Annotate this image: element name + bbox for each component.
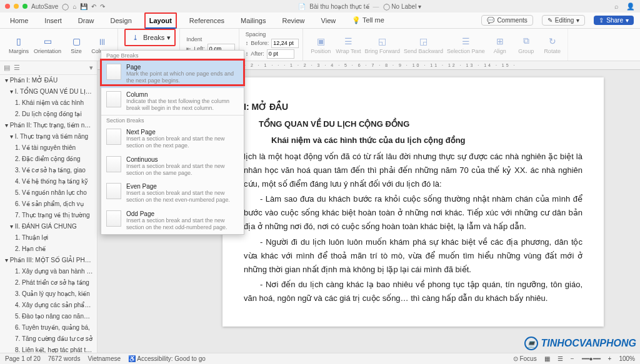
zoom-level[interactable]: 100% bbox=[619, 355, 635, 362]
indent-label: Indent bbox=[186, 36, 235, 42]
undo-icon[interactable]: ↶ bbox=[91, 3, 96, 10]
search-icon[interactable]: ⌕ bbox=[614, 2, 619, 10]
breaks-odd-page[interactable]: Odd PageInsert a section break and start… bbox=[101, 207, 244, 235]
margins-button[interactable]: ▯Margins bbox=[8, 36, 30, 54]
page[interactable]: I: MỞ ĐẦU TỔNG QUAN VỀ DU LỊCH CỘNG ĐỒNG… bbox=[222, 77, 604, 327]
tabbar: Home Insert Draw Design Layout Reference… bbox=[0, 12, 640, 29]
tab-view[interactable]: View bbox=[318, 14, 340, 27]
nav-item[interactable]: ▾ II. ĐÁNH GIÁ CHUNG bbox=[0, 221, 97, 232]
spacing-before-input[interactable] bbox=[271, 39, 299, 48]
watermark-icon: 💻 bbox=[524, 337, 538, 350]
nav-collapse-icon[interactable]: ▾ bbox=[89, 64, 93, 72]
spacing-label: Spacing bbox=[246, 31, 299, 37]
nav-item[interactable]: 4. Về hệ thống hạ tầng kỹ bbox=[0, 176, 97, 187]
selection-pane-button[interactable]: ☰Selection Pane bbox=[447, 36, 485, 54]
doc-para: lịch là một hoạt động vốn đã có từ rất l… bbox=[244, 150, 582, 191]
orientation-button[interactable]: ▭Orientation bbox=[34, 36, 61, 54]
user-icon[interactable]: 👤 bbox=[626, 2, 635, 11]
status-accessibility[interactable]: ♿ Accessibility: Good to go bbox=[128, 355, 206, 362]
nav-item[interactable]: ▾ Phần II: Thực trạng, tiềm năng bbox=[0, 120, 97, 131]
nav-outline-icon[interactable]: ☰ bbox=[14, 64, 20, 72]
doc-heading-2: TỔNG QUAN VỀ DU LỊCH CỘNG ĐỒNG bbox=[259, 117, 582, 131]
breaks-continuous[interactable]: ContinuousInsert a section break and sta… bbox=[101, 153, 244, 180]
send-backward-button: ◲Send Backward bbox=[404, 36, 443, 54]
tab-mailings[interactable]: Mailings bbox=[237, 14, 269, 27]
save-icon[interactable]: 💾 bbox=[80, 3, 88, 10]
size-button[interactable]: ▢Size bbox=[65, 36, 88, 54]
status-focus[interactable]: ⊙ Focus bbox=[513, 355, 537, 362]
breaks-button[interactable]: ⤓Breaks ▾ bbox=[124, 29, 176, 46]
autosave-toggle[interactable]: ◯ bbox=[62, 3, 69, 10]
tab-references[interactable]: References bbox=[186, 14, 228, 27]
nav-item[interactable]: 4. Xây dựng các sản phẩm và bbox=[0, 300, 97, 311]
page-break-icon bbox=[106, 64, 121, 80]
view-web-icon[interactable]: ☰ bbox=[558, 355, 563, 362]
nav-item[interactable]: 1. Về tài nguyên thiên bbox=[0, 142, 97, 154]
zoom-slider[interactable]: ━━●━━ bbox=[582, 355, 601, 362]
close-icon[interactable] bbox=[5, 4, 10, 9]
status-lang[interactable]: Vietnamese bbox=[88, 355, 121, 362]
column-break-icon bbox=[106, 91, 121, 107]
spacing-before[interactable]: ↕ Before: bbox=[246, 39, 299, 48]
nav-item[interactable]: 6. Về sản phẩm, dịch vụ bbox=[0, 199, 97, 210]
tell-me[interactable]: 💡 Tell me bbox=[348, 13, 388, 27]
no-label[interactable]: ◯ No Label ▾ bbox=[383, 3, 422, 10]
statusbar: Page 1 of 20 7672 words Vietnamese ♿ Acc… bbox=[0, 353, 640, 364]
breaks-dropdown: Page Breaks PageMark the point at which … bbox=[101, 50, 244, 235]
breaks-even-page[interactable]: Even PageInsert a section break and star… bbox=[101, 180, 244, 207]
breaks-next-page[interactable]: Next PageInsert a section break and star… bbox=[101, 125, 244, 153]
nav-thumbnail-icon[interactable]: ▤ bbox=[4, 64, 10, 72]
nav-item[interactable]: 5. Về nguồn nhân lực cho bbox=[0, 187, 97, 199]
status-words[interactable]: 7672 words bbox=[48, 355, 81, 362]
tab-review[interactable]: Review bbox=[278, 14, 308, 27]
editing-button[interactable]: ✎ Editing ▾ bbox=[542, 15, 586, 26]
rotate-button: ↻Rotate bbox=[541, 36, 564, 54]
tab-draw[interactable]: Draw bbox=[74, 14, 98, 27]
doc-heading-3: Khái niệm và các hình thức của du lịch c… bbox=[271, 134, 582, 147]
nav-item[interactable]: ▾ Phần I: MỞ ĐẦU bbox=[0, 75, 97, 86]
nav-item[interactable]: 1. Thuận lợi bbox=[0, 232, 97, 243]
nav-item[interactable]: 2. Hạn chế bbox=[0, 243, 97, 255]
page-breaks-label: Page Breaks bbox=[101, 51, 244, 61]
breaks-page[interactable]: PageMark the point at which one page end… bbox=[101, 61, 244, 88]
nav-item[interactable]: 7. Thực trạng về thị trường bbox=[0, 210, 97, 221]
nav-item[interactable]: 3. Về cơ sở hạ tầng, giao bbox=[0, 165, 97, 176]
nav-item[interactable]: ▾ I. Thực trạng và tiềm năng bbox=[0, 131, 97, 142]
zoom-in-icon[interactable]: + bbox=[608, 355, 612, 362]
redo-icon[interactable]: ↷ bbox=[100, 3, 105, 10]
bring-forward-button: ◱Bring Forward bbox=[365, 36, 401, 54]
nav-item[interactable]: 2. Đặc điểm cộng đồng bbox=[0, 154, 97, 165]
doc-title[interactable]: Bài thu hoạch thực tế bbox=[309, 3, 369, 10]
tab-insert[interactable]: Insert bbox=[41, 14, 66, 27]
nav-item[interactable]: 2. Du lịch cộng đồng tại bbox=[0, 109, 97, 120]
align-button: ⊞Align bbox=[489, 36, 511, 54]
nav-item[interactable]: 5. Đào tạo nâng cao năng lực bbox=[0, 311, 97, 322]
group-button: ⧉Group bbox=[515, 36, 538, 54]
nav-item[interactable]: ▾ I. TỔNG QUAN VỀ DU LỊCH bbox=[0, 86, 97, 97]
status-page[interactable]: Page 1 of 20 bbox=[5, 355, 41, 362]
maximize-icon[interactable] bbox=[22, 4, 28, 9]
nav-item[interactable]: 8. Liên kết, hợp tác phát triển bbox=[0, 345, 97, 353]
home-icon[interactable]: ⌂ bbox=[72, 3, 76, 10]
share-button[interactable]: ⇪ Share ▾ bbox=[594, 16, 634, 25]
spacing-after[interactable]: ↕ After: bbox=[246, 49, 299, 59]
tab-layout[interactable]: Layout bbox=[144, 12, 177, 29]
nav-item[interactable]: 2. Phát triển cơ sở hạ tầng bbox=[0, 277, 97, 288]
nav-item[interactable]: 6. Tuyên truyền, quảng bá, bbox=[0, 322, 97, 333]
word-icon: 📄 bbox=[298, 3, 306, 10]
nav-item[interactable]: 7. Tăng cường đầu tư cơ sở bbox=[0, 333, 97, 345]
nav-item[interactable]: 3. Quản lý quy hoạch, kiến bbox=[0, 288, 97, 300]
nav-item[interactable]: ▾ Phần III: MỘT SỐ GIẢI PHÁP V bbox=[0, 255, 97, 266]
comments-button[interactable]: 💬 Comments bbox=[481, 15, 532, 26]
zoom-out-icon[interactable]: − bbox=[571, 355, 574, 362]
minimize-icon[interactable] bbox=[14, 4, 19, 9]
nav-item[interactable]: 1. Khái niệm và các hình bbox=[0, 97, 97, 109]
tab-home[interactable]: Home bbox=[6, 14, 32, 27]
tab-design[interactable]: Design bbox=[107, 14, 136, 27]
nav-item[interactable]: 1. Xây dựng và ban hành cơ bbox=[0, 266, 97, 277]
position-button: ▣Position bbox=[309, 36, 332, 54]
view-print-icon[interactable]: ▦ bbox=[544, 355, 550, 362]
spacing-after-input[interactable] bbox=[267, 49, 294, 59]
navigation-pane: ▤ ☰ ▾ ▾ Phần I: MỞ ĐẦU▾ I. TỔNG QUAN VỀ … bbox=[0, 61, 98, 353]
breaks-column[interactable]: ColumnIndicate that the text following t… bbox=[101, 88, 244, 116]
